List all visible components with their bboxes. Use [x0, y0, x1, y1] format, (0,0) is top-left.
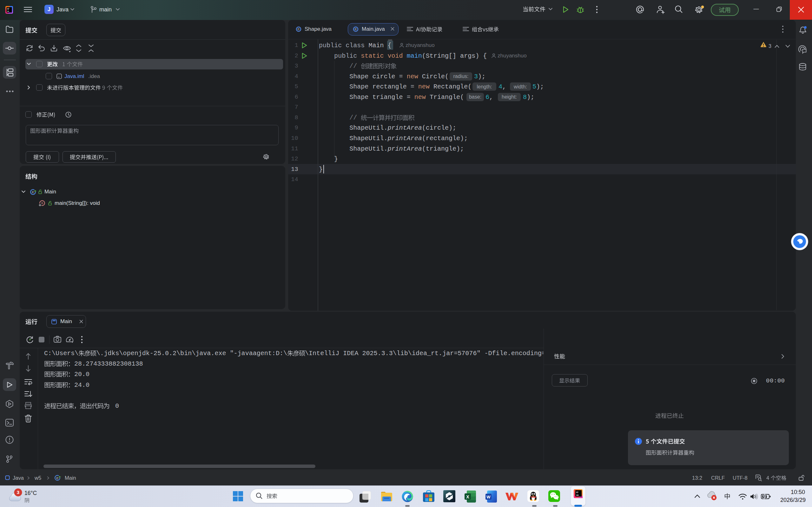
- svg-text:3: 3: [17, 490, 19, 495]
- svg-text:W: W: [487, 495, 491, 499]
- svg-text:IJ: IJ: [576, 491, 578, 494]
- svg-text:C: C: [32, 190, 34, 194]
- svg-text:IJ: IJ: [7, 7, 9, 10]
- svg-text:C: C: [355, 27, 357, 31]
- svg-text:C: C: [298, 27, 300, 31]
- svg-text:m: m: [41, 202, 43, 205]
- svg-text:C: C: [56, 476, 59, 480]
- svg-text:X: X: [466, 494, 469, 499]
